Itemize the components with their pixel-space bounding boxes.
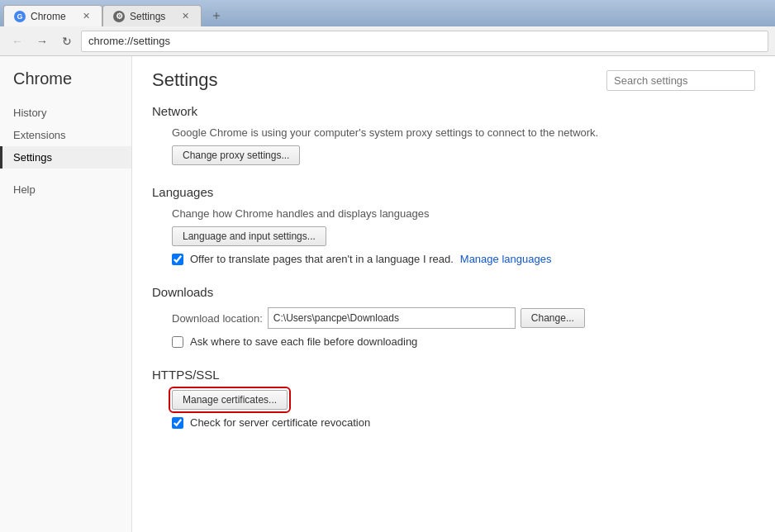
tab-chrome-close[interactable]: ✕ bbox=[80, 11, 92, 22]
languages-section: Languages Change how Chrome handles and … bbox=[152, 185, 755, 265]
address-bar[interactable]: chrome://settings bbox=[81, 31, 768, 52]
settings-title: Settings bbox=[152, 69, 218, 91]
svg-rect-1 bbox=[216, 12, 217, 19]
network-title: Network bbox=[152, 104, 755, 118]
download-location-label: Download location: bbox=[172, 312, 263, 325]
ask-save-checkbox[interactable] bbox=[172, 336, 183, 348]
manage-certificates-button[interactable]: Manage certificates... bbox=[172, 390, 288, 410]
sidebar-extensions-label: Extensions bbox=[13, 129, 66, 141]
tab-settings-close[interactable]: ✕ bbox=[179, 11, 191, 22]
sidebar: Chrome History Extensions Settings Help bbox=[0, 56, 132, 532]
manage-languages-link[interactable]: Manage languages bbox=[460, 253, 552, 265]
address-text: chrome://settings bbox=[88, 35, 170, 47]
https-ssl-indent: Manage certificates... Check for server … bbox=[152, 390, 755, 429]
downloads-title: Downloads bbox=[152, 285, 755, 299]
tab-settings-label: Settings bbox=[130, 11, 165, 22]
forward-button[interactable]: → bbox=[31, 31, 53, 52]
settings-header: Settings bbox=[152, 69, 755, 91]
sidebar-item-history[interactable]: History bbox=[0, 102, 131, 124]
sidebar-item-settings[interactable]: Settings bbox=[0, 146, 131, 169]
languages-description: Change how Chrome handles and displays l… bbox=[172, 207, 755, 220]
tab-chrome-label: Chrome bbox=[31, 11, 66, 22]
tab-bar: G Chrome ✕ ⚙ Settings ✕ bbox=[0, 0, 775, 26]
ask-save-label: Ask where to save each file before downl… bbox=[190, 335, 417, 348]
tab-chrome[interactable]: G Chrome ✕ bbox=[3, 5, 102, 26]
sidebar-history-label: History bbox=[13, 107, 46, 119]
sidebar-title: Chrome bbox=[0, 69, 131, 102]
browser-body: Chrome History Extensions Settings Help … bbox=[0, 56, 775, 532]
translate-checkbox[interactable] bbox=[172, 254, 183, 265]
network-section: Network Google Chrome is using your comp… bbox=[152, 104, 755, 165]
languages-title: Languages bbox=[152, 185, 755, 199]
translate-label: Offer to translate pages that aren't in … bbox=[190, 253, 454, 265]
network-description: Google Chrome is using your computer's s… bbox=[172, 126, 755, 139]
sidebar-settings-label: Settings bbox=[13, 151, 52, 164]
downloads-indent: Download location: Change... Ask where t… bbox=[152, 307, 755, 348]
language-input-settings-button[interactable]: Language and input settings... bbox=[172, 226, 326, 246]
download-location-row: Download location: Change... bbox=[172, 307, 755, 329]
revocation-checkbox[interactable] bbox=[172, 417, 183, 429]
translate-checkbox-row: Offer to translate pages that aren't in … bbox=[172, 253, 755, 265]
download-location-input[interactable] bbox=[268, 307, 516, 329]
browser-frame: G Chrome ✕ ⚙ Settings ✕ ← → ↻ chrome://s… bbox=[0, 0, 775, 532]
revocation-row: Check for server certificate revocation bbox=[172, 416, 755, 429]
https-ssl-title: HTTPS/SSL bbox=[152, 368, 755, 382]
new-tab-button[interactable] bbox=[205, 5, 228, 26]
network-indent: Google Chrome is using your computer's s… bbox=[152, 126, 755, 165]
change-download-button[interactable]: Change... bbox=[521, 308, 585, 328]
downloads-section: Downloads Download location: Change... A… bbox=[152, 285, 755, 348]
https-ssl-section: HTTPS/SSL Manage certificates... Check f… bbox=[152, 368, 755, 429]
sidebar-item-help[interactable]: Help bbox=[0, 178, 131, 201]
change-proxy-button[interactable]: Change proxy settings... bbox=[172, 145, 300, 165]
reload-button[interactable]: ↻ bbox=[56, 31, 78, 52]
settings-content: Settings Network Google Chrome is using … bbox=[132, 56, 775, 532]
search-settings-input[interactable] bbox=[606, 70, 755, 91]
nav-bar: ← → ↻ chrome://settings bbox=[0, 26, 775, 56]
tab-settings[interactable]: ⚙ Settings ✕ bbox=[102, 5, 202, 26]
languages-indent: Change how Chrome handles and displays l… bbox=[152, 207, 755, 265]
back-button[interactable]: ← bbox=[7, 31, 28, 52]
sidebar-help-label: Help bbox=[13, 183, 36, 196]
ask-save-row: Ask where to save each file before downl… bbox=[172, 335, 755, 348]
revocation-label: Check for server certificate revocation bbox=[190, 416, 370, 429]
settings-favicon: ⚙ bbox=[113, 11, 125, 22]
chrome-favicon: G bbox=[14, 11, 26, 22]
sidebar-item-extensions[interactable]: Extensions bbox=[0, 124, 131, 146]
